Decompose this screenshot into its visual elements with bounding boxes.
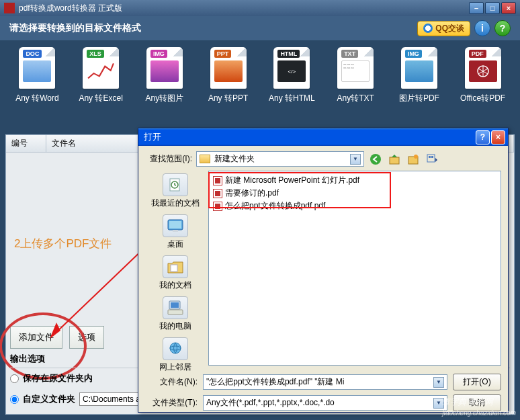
file-item[interactable]: 新建 Microsoft PowerPoint 幻灯片.pdf bbox=[212, 174, 498, 187]
subtitle-text: 请选择要转换到的目标文件格式 bbox=[9, 22, 141, 34]
svg-rect-17 bbox=[171, 302, 179, 308]
converter-html[interactable]: HTML</> Any 转HTML bbox=[264, 47, 320, 104]
maximize-button[interactable]: □ bbox=[485, 2, 500, 14]
svg-rect-7 bbox=[427, 155, 435, 162]
options-button[interactable]: 选项 bbox=[69, 326, 104, 349]
filetype-combo[interactable]: Any文件(*.pdf,*.ppt,*.pptx,*.doc,*.do ▼ bbox=[203, 395, 447, 411]
recent-icon bbox=[163, 173, 188, 196]
filename-combo[interactable]: "怎么把ppt文件转换成pdf.pdf" "新建 Mi ▼ bbox=[203, 374, 447, 390]
svg-rect-18 bbox=[168, 310, 183, 314]
svg-rect-9 bbox=[431, 156, 433, 158]
radio-custom-folder[interactable] bbox=[10, 395, 19, 404]
folder-icon bbox=[200, 155, 210, 163]
dialog-close-button[interactable]: × bbox=[491, 130, 505, 144]
lookin-combo[interactable]: 新建文件夹 ▼ bbox=[196, 151, 364, 167]
converter-word[interactable]: DOC Any 转Word bbox=[9, 47, 65, 104]
filetype-value: Any文件(*.pdf,*.ppt,*.pptx,*.doc,*.do bbox=[206, 397, 335, 409]
watermark: 查字典 教程网 jiaocheng.chazidian.com bbox=[442, 396, 516, 417]
network-icon bbox=[163, 337, 188, 360]
filename-value: "怎么把ppt文件转换成pdf.pdf" "新建 Mi bbox=[206, 376, 345, 388]
radio-keep-folder[interactable] bbox=[10, 374, 19, 383]
help-button[interactable]: ? bbox=[494, 20, 511, 36]
nav-back-button[interactable] bbox=[368, 152, 383, 167]
file-list[interactable]: 新建 Microsoft PowerPoint 幻灯片.pdf 需要修订的.pd… bbox=[208, 171, 501, 366]
close-button[interactable]: × bbox=[501, 2, 516, 14]
window-title: pdf转换成word转换器 正式版 bbox=[19, 3, 122, 14]
filename-label: 文件名(N): bbox=[145, 376, 198, 388]
svg-point-3 bbox=[370, 154, 381, 165]
converter-row: DOC Any 转Word XLS Any 转Excel IMG Any转图片 … bbox=[0, 40, 520, 111]
pdf-icon bbox=[213, 176, 222, 185]
svg-point-19 bbox=[170, 343, 181, 353]
computer-icon bbox=[163, 296, 188, 319]
file-item[interactable]: 怎么把ppt文件转换成pdf.pdf bbox=[212, 200, 498, 212]
place-mydocs[interactable]: 我的文档 bbox=[159, 255, 191, 291]
qq-chat-button[interactable]: QQ交谈 bbox=[417, 21, 470, 36]
add-file-button[interactable]: 添加文件 bbox=[10, 326, 62, 349]
lookin-label: 查找范围(I): bbox=[145, 153, 192, 165]
converter-img2pdf[interactable]: IMG 图片转PDF bbox=[392, 47, 447, 104]
chevron-down-icon[interactable]: ▼ bbox=[433, 377, 444, 388]
upload-hint: 2上传多个PDF文件 bbox=[14, 236, 112, 251]
svg-rect-4 bbox=[390, 157, 399, 164]
place-mycomputer[interactable]: 我的电脑 bbox=[159, 296, 191, 332]
converter-txt[interactable]: TXTaa aa aaaa aa aa Any转TXT bbox=[328, 47, 384, 104]
svg-rect-8 bbox=[429, 156, 431, 158]
places-bar: 我最近的文档 桌面 我的文档 我的电脑 网上邻居 bbox=[145, 171, 206, 366]
info-button[interactable]: i bbox=[474, 20, 490, 36]
open-button[interactable]: 打开(O) bbox=[453, 374, 501, 390]
svg-rect-14 bbox=[173, 230, 178, 232]
new-folder-button[interactable] bbox=[406, 152, 421, 167]
col-number: 编号 bbox=[6, 135, 46, 152]
dialog-title: 打开 bbox=[144, 131, 161, 143]
subtitle-bar: 请选择要转换到的目标文件格式 QQ交谈 i ? bbox=[0, 16, 520, 40]
qq-icon bbox=[423, 24, 433, 33]
svg-rect-15 bbox=[171, 265, 177, 271]
svg-point-6 bbox=[414, 155, 418, 159]
mydocs-icon bbox=[163, 255, 188, 278]
pdf-icon bbox=[213, 202, 222, 211]
lookin-value: 新建文件夹 bbox=[214, 153, 255, 165]
svg-rect-13 bbox=[169, 221, 181, 228]
titlebar: pdf转换成word转换器 正式版 – □ × bbox=[0, 0, 520, 16]
app-logo-icon bbox=[4, 3, 15, 13]
minimize-button[interactable]: – bbox=[469, 2, 484, 14]
converter-excel[interactable]: XLS Any 转Excel bbox=[73, 47, 129, 104]
dialog-titlebar: 打开 ? × bbox=[138, 128, 508, 146]
pdf-icon bbox=[213, 189, 222, 198]
place-network[interactable]: 网上邻居 bbox=[159, 337, 191, 373]
filetype-label: 文件类型(T): bbox=[145, 397, 198, 409]
converter-image[interactable]: IMG Any转图片 bbox=[137, 47, 193, 104]
view-menu-button[interactable] bbox=[425, 152, 439, 167]
converter-office2pdf[interactable]: PDF Office转PDF bbox=[455, 47, 511, 104]
radio-custom-label: 自定义文件夹 bbox=[23, 393, 75, 405]
place-desktop[interactable]: 桌面 bbox=[163, 214, 188, 250]
place-recent[interactable]: 我最近的文档 bbox=[151, 173, 200, 209]
dialog-help-button[interactable]: ? bbox=[476, 130, 490, 144]
chevron-down-icon[interactable]: ▼ bbox=[350, 154, 361, 165]
desktop-icon bbox=[163, 214, 188, 237]
radio-keep-label: 保存在原文件夹内 bbox=[23, 372, 93, 384]
nav-up-button[interactable] bbox=[387, 152, 402, 167]
converter-ppt[interactable]: PPT Any 转PPT bbox=[200, 47, 256, 104]
open-dialog: 打开 ? × 查找范围(I): 新建文件夹 ▼ bbox=[138, 128, 509, 413]
file-item[interactable]: 需要修订的.pdf bbox=[212, 187, 498, 200]
